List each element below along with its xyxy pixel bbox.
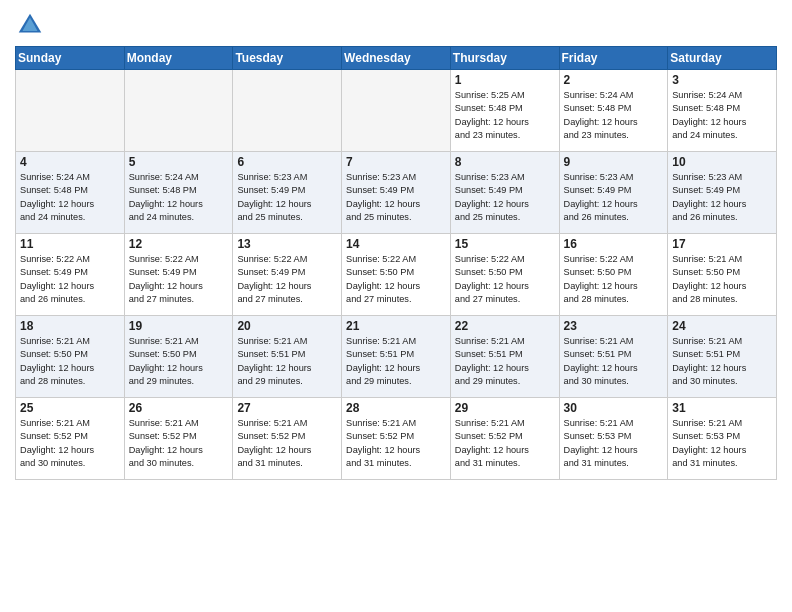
weekday-header-tuesday: Tuesday xyxy=(233,47,342,70)
day-number: 16 xyxy=(564,237,664,251)
day-info: Sunrise: 5:24 AM Sunset: 5:48 PM Dayligh… xyxy=(672,89,772,142)
calendar-cell xyxy=(124,70,233,152)
day-number: 12 xyxy=(129,237,229,251)
day-number: 28 xyxy=(346,401,446,415)
weekday-header-saturday: Saturday xyxy=(668,47,777,70)
day-info: Sunrise: 5:21 AM Sunset: 5:51 PM Dayligh… xyxy=(455,335,555,388)
day-info: Sunrise: 5:22 AM Sunset: 5:50 PM Dayligh… xyxy=(564,253,664,306)
day-info: Sunrise: 5:21 AM Sunset: 5:53 PM Dayligh… xyxy=(672,417,772,470)
day-number: 8 xyxy=(455,155,555,169)
day-number: 20 xyxy=(237,319,337,333)
day-number: 23 xyxy=(564,319,664,333)
calendar-cell: 29Sunrise: 5:21 AM Sunset: 5:52 PM Dayli… xyxy=(450,398,559,480)
day-number: 17 xyxy=(672,237,772,251)
day-number: 1 xyxy=(455,73,555,87)
calendar-cell: 2Sunrise: 5:24 AM Sunset: 5:48 PM Daylig… xyxy=(559,70,668,152)
day-info: Sunrise: 5:22 AM Sunset: 5:49 PM Dayligh… xyxy=(129,253,229,306)
calendar-cell: 12Sunrise: 5:22 AM Sunset: 5:49 PM Dayli… xyxy=(124,234,233,316)
day-number: 3 xyxy=(672,73,772,87)
day-number: 19 xyxy=(129,319,229,333)
day-info: Sunrise: 5:21 AM Sunset: 5:52 PM Dayligh… xyxy=(237,417,337,470)
day-number: 10 xyxy=(672,155,772,169)
calendar-cell: 25Sunrise: 5:21 AM Sunset: 5:52 PM Dayli… xyxy=(16,398,125,480)
day-info: Sunrise: 5:24 AM Sunset: 5:48 PM Dayligh… xyxy=(129,171,229,224)
calendar-cell xyxy=(16,70,125,152)
day-info: Sunrise: 5:23 AM Sunset: 5:49 PM Dayligh… xyxy=(455,171,555,224)
logo-icon xyxy=(15,10,45,40)
calendar-cell: 7Sunrise: 5:23 AM Sunset: 5:49 PM Daylig… xyxy=(342,152,451,234)
calendar-cell: 31Sunrise: 5:21 AM Sunset: 5:53 PM Dayli… xyxy=(668,398,777,480)
day-info: Sunrise: 5:22 AM Sunset: 5:49 PM Dayligh… xyxy=(237,253,337,306)
calendar-cell: 27Sunrise: 5:21 AM Sunset: 5:52 PM Dayli… xyxy=(233,398,342,480)
calendar-cell: 22Sunrise: 5:21 AM Sunset: 5:51 PM Dayli… xyxy=(450,316,559,398)
header xyxy=(15,10,777,40)
weekday-header-thursday: Thursday xyxy=(450,47,559,70)
calendar-cell: 9Sunrise: 5:23 AM Sunset: 5:49 PM Daylig… xyxy=(559,152,668,234)
day-info: Sunrise: 5:21 AM Sunset: 5:52 PM Dayligh… xyxy=(129,417,229,470)
day-info: Sunrise: 5:24 AM Sunset: 5:48 PM Dayligh… xyxy=(564,89,664,142)
calendar-cell: 6Sunrise: 5:23 AM Sunset: 5:49 PM Daylig… xyxy=(233,152,342,234)
calendar-cell: 23Sunrise: 5:21 AM Sunset: 5:51 PM Dayli… xyxy=(559,316,668,398)
day-number: 22 xyxy=(455,319,555,333)
calendar-cell: 26Sunrise: 5:21 AM Sunset: 5:52 PM Dayli… xyxy=(124,398,233,480)
day-number: 18 xyxy=(20,319,120,333)
day-number: 13 xyxy=(237,237,337,251)
day-info: Sunrise: 5:21 AM Sunset: 5:50 PM Dayligh… xyxy=(672,253,772,306)
week-row-3: 11Sunrise: 5:22 AM Sunset: 5:49 PM Dayli… xyxy=(16,234,777,316)
day-info: Sunrise: 5:21 AM Sunset: 5:52 PM Dayligh… xyxy=(20,417,120,470)
day-number: 7 xyxy=(346,155,446,169)
day-number: 14 xyxy=(346,237,446,251)
calendar-cell: 18Sunrise: 5:21 AM Sunset: 5:50 PM Dayli… xyxy=(16,316,125,398)
day-number: 21 xyxy=(346,319,446,333)
calendar-cell: 8Sunrise: 5:23 AM Sunset: 5:49 PM Daylig… xyxy=(450,152,559,234)
calendar-cell: 5Sunrise: 5:24 AM Sunset: 5:48 PM Daylig… xyxy=(124,152,233,234)
day-info: Sunrise: 5:21 AM Sunset: 5:53 PM Dayligh… xyxy=(564,417,664,470)
calendar-cell: 17Sunrise: 5:21 AM Sunset: 5:50 PM Dayli… xyxy=(668,234,777,316)
calendar-cell: 24Sunrise: 5:21 AM Sunset: 5:51 PM Dayli… xyxy=(668,316,777,398)
day-number: 25 xyxy=(20,401,120,415)
day-info: Sunrise: 5:22 AM Sunset: 5:50 PM Dayligh… xyxy=(455,253,555,306)
day-info: Sunrise: 5:23 AM Sunset: 5:49 PM Dayligh… xyxy=(564,171,664,224)
day-info: Sunrise: 5:23 AM Sunset: 5:49 PM Dayligh… xyxy=(672,171,772,224)
week-row-4: 18Sunrise: 5:21 AM Sunset: 5:50 PM Dayli… xyxy=(16,316,777,398)
day-info: Sunrise: 5:21 AM Sunset: 5:52 PM Dayligh… xyxy=(346,417,446,470)
calendar-cell: 30Sunrise: 5:21 AM Sunset: 5:53 PM Dayli… xyxy=(559,398,668,480)
day-info: Sunrise: 5:21 AM Sunset: 5:51 PM Dayligh… xyxy=(346,335,446,388)
logo xyxy=(15,10,49,40)
day-info: Sunrise: 5:21 AM Sunset: 5:51 PM Dayligh… xyxy=(237,335,337,388)
calendar-cell: 15Sunrise: 5:22 AM Sunset: 5:50 PM Dayli… xyxy=(450,234,559,316)
day-number: 6 xyxy=(237,155,337,169)
calendar-cell xyxy=(233,70,342,152)
day-info: Sunrise: 5:21 AM Sunset: 5:52 PM Dayligh… xyxy=(455,417,555,470)
calendar-cell: 11Sunrise: 5:22 AM Sunset: 5:49 PM Dayli… xyxy=(16,234,125,316)
calendar-cell: 1Sunrise: 5:25 AM Sunset: 5:48 PM Daylig… xyxy=(450,70,559,152)
day-number: 5 xyxy=(129,155,229,169)
calendar-cell: 3Sunrise: 5:24 AM Sunset: 5:48 PM Daylig… xyxy=(668,70,777,152)
calendar-cell xyxy=(342,70,451,152)
day-number: 27 xyxy=(237,401,337,415)
calendar-cell: 21Sunrise: 5:21 AM Sunset: 5:51 PM Dayli… xyxy=(342,316,451,398)
calendar-cell: 10Sunrise: 5:23 AM Sunset: 5:49 PM Dayli… xyxy=(668,152,777,234)
day-info: Sunrise: 5:21 AM Sunset: 5:51 PM Dayligh… xyxy=(672,335,772,388)
day-info: Sunrise: 5:25 AM Sunset: 5:48 PM Dayligh… xyxy=(455,89,555,142)
day-number: 15 xyxy=(455,237,555,251)
day-info: Sunrise: 5:21 AM Sunset: 5:50 PM Dayligh… xyxy=(129,335,229,388)
weekday-header-wednesday: Wednesday xyxy=(342,47,451,70)
day-info: Sunrise: 5:23 AM Sunset: 5:49 PM Dayligh… xyxy=(237,171,337,224)
page: SundayMondayTuesdayWednesdayThursdayFrid… xyxy=(0,0,792,612)
day-number: 26 xyxy=(129,401,229,415)
week-row-5: 25Sunrise: 5:21 AM Sunset: 5:52 PM Dayli… xyxy=(16,398,777,480)
week-row-1: 1Sunrise: 5:25 AM Sunset: 5:48 PM Daylig… xyxy=(16,70,777,152)
day-number: 31 xyxy=(672,401,772,415)
day-info: Sunrise: 5:22 AM Sunset: 5:49 PM Dayligh… xyxy=(20,253,120,306)
calendar-cell: 28Sunrise: 5:21 AM Sunset: 5:52 PM Dayli… xyxy=(342,398,451,480)
week-row-2: 4Sunrise: 5:24 AM Sunset: 5:48 PM Daylig… xyxy=(16,152,777,234)
weekday-header-monday: Monday xyxy=(124,47,233,70)
day-info: Sunrise: 5:24 AM Sunset: 5:48 PM Dayligh… xyxy=(20,171,120,224)
weekday-header-row: SundayMondayTuesdayWednesdayThursdayFrid… xyxy=(16,47,777,70)
day-info: Sunrise: 5:22 AM Sunset: 5:50 PM Dayligh… xyxy=(346,253,446,306)
calendar-cell: 4Sunrise: 5:24 AM Sunset: 5:48 PM Daylig… xyxy=(16,152,125,234)
calendar-table: SundayMondayTuesdayWednesdayThursdayFrid… xyxy=(15,46,777,480)
day-info: Sunrise: 5:21 AM Sunset: 5:50 PM Dayligh… xyxy=(20,335,120,388)
day-number: 9 xyxy=(564,155,664,169)
